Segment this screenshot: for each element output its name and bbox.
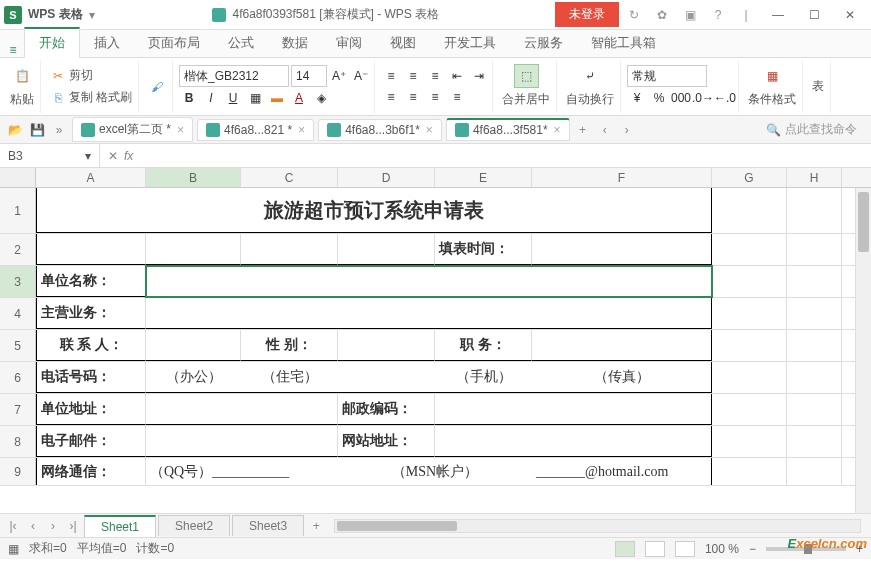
close-tab-icon[interactable]: × <box>177 123 184 137</box>
bold-button[interactable]: B <box>179 88 199 108</box>
cell-C5[interactable]: 性 别： <box>241 330 338 361</box>
scrollbar-thumb[interactable] <box>858 192 869 252</box>
maximize-button[interactable]: ☐ <box>797 2 831 28</box>
new-tab-button[interactable]: + <box>574 121 592 139</box>
cell-A3[interactable]: 单位名称： <box>36 266 146 297</box>
tab-data[interactable]: 数据 <box>268 29 322 57</box>
zoom-out-button[interactable]: − <box>749 542 756 556</box>
cell-A5[interactable]: 联 系 人： <box>36 330 146 361</box>
align-middle-button[interactable]: ≡ <box>403 66 423 86</box>
font-color-button[interactable]: A <box>289 88 309 108</box>
fill-color-button[interactable]: ▬ <box>267 88 287 108</box>
status-menu-icon[interactable]: ▦ <box>8 542 19 556</box>
sheet-tab-3[interactable]: Sheet3 <box>232 515 304 536</box>
cell-BC9[interactable]: （QQ号）___________ <box>146 458 338 485</box>
col-A[interactable]: A <box>36 168 146 187</box>
cell-BF4[interactable] <box>146 298 712 329</box>
format-painter-icon[interactable]: 🖌 <box>145 75 169 99</box>
cell-EF7[interactable] <box>435 394 712 425</box>
row-6-header[interactable]: 6 <box>0 362 36 393</box>
save-icon[interactable]: 💾 <box>28 121 46 139</box>
cell-A2[interactable] <box>36 234 146 265</box>
cell-B2[interactable] <box>146 234 241 265</box>
cell-A8[interactable]: 电子邮件： <box>36 426 146 457</box>
wrap-text-button[interactable]: 自动换行 <box>563 89 617 110</box>
col-B[interactable]: B <box>146 168 241 187</box>
increase-font-button[interactable]: A⁺ <box>329 66 349 86</box>
merge-center-label[interactable]: 合并居中 <box>499 89 553 110</box>
cell-title[interactable]: 旅游超市预订系统申请表 <box>36 188 712 233</box>
cell-D2[interactable] <box>338 234 435 265</box>
settings-icon[interactable]: ✿ <box>649 2 675 28</box>
feedback-icon[interactable]: ? <box>705 2 731 28</box>
fx-icon[interactable]: fx <box>124 149 133 163</box>
close-button[interactable]: ✕ <box>833 2 867 28</box>
doctabs-more-icon[interactable]: » <box>50 121 68 139</box>
cell-A4[interactable]: 主营业务： <box>36 298 146 329</box>
cell-H3[interactable] <box>787 266 842 297</box>
sheet-nav-next-icon[interactable]: › <box>44 517 62 535</box>
cell-E6[interactable]: （手机） <box>435 362 532 393</box>
app-menu-drop-icon[interactable]: ▾ <box>89 8 95 22</box>
cell-C2[interactable] <box>241 234 338 265</box>
row-5-header[interactable]: 5 <box>0 330 36 361</box>
sheet-tab-2[interactable]: Sheet2 <box>158 515 230 536</box>
fx-cancel-icon[interactable]: ✕ <box>108 149 118 163</box>
font-name-select[interactable]: 楷体_GB2312 <box>179 65 289 87</box>
tab-view[interactable]: 视图 <box>376 29 430 57</box>
tab-formulas[interactable]: 公式 <box>214 29 268 57</box>
cell-B3-selected[interactable] <box>146 266 712 297</box>
increase-decimal-button[interactable]: .0→ <box>693 88 713 108</box>
tab-nav-left-icon[interactable]: ‹ <box>596 121 614 139</box>
cell-BC7[interactable] <box>146 394 338 425</box>
doctab-1[interactable]: 4f6a8...821 *× <box>197 119 314 141</box>
close-tab-icon[interactable]: × <box>426 123 433 137</box>
row-3-header[interactable]: 3 <box>0 266 36 297</box>
align-center-button[interactable]: ≡ <box>403 87 423 107</box>
comma-button[interactable]: 000 <box>671 88 691 108</box>
tab-developer[interactable]: 开发工具 <box>430 29 510 57</box>
command-search[interactable]: 🔍 点此查找命令 <box>766 121 865 138</box>
cell-G5[interactable] <box>712 330 787 361</box>
paste-icon[interactable]: 📋 <box>10 64 34 88</box>
cell-B5[interactable] <box>146 330 241 361</box>
cell-G6[interactable] <box>712 362 787 393</box>
name-box[interactable]: B3 ▾ <box>0 144 100 167</box>
cell-G3[interactable] <box>712 266 787 297</box>
cell-D5[interactable] <box>338 330 435 361</box>
cell-H7[interactable] <box>787 394 842 425</box>
row-1-header[interactable]: 1 <box>0 188 36 233</box>
cell-G7[interactable] <box>712 394 787 425</box>
paste-button[interactable]: 粘贴 <box>7 89 37 110</box>
cell-F6[interactable]: （传真） <box>532 362 712 393</box>
formula-input[interactable] <box>141 144 871 167</box>
col-C[interactable]: C <box>241 168 338 187</box>
scrollbar-thumb[interactable] <box>337 521 457 531</box>
col-F[interactable]: F <box>532 168 712 187</box>
cell-F5[interactable] <box>532 330 712 361</box>
doctab-3[interactable]: 4f6a8...3f581*× <box>446 118 570 141</box>
namebox-drop-icon[interactable]: ▾ <box>85 149 91 163</box>
tab-page-layout[interactable]: 页面布局 <box>134 29 214 57</box>
conditional-format-button[interactable]: 条件格式 <box>745 89 799 110</box>
cell-C6[interactable]: （住宅） <box>241 362 338 393</box>
italic-button[interactable]: I <box>201 88 221 108</box>
cell-E2[interactable]: 填表时间： <box>435 234 532 265</box>
align-top-button[interactable]: ≡ <box>381 66 401 86</box>
wrap-text-icon[interactable]: ⤶ <box>578 64 602 88</box>
close-tab-icon[interactable]: × <box>554 123 561 137</box>
underline-button[interactable]: U <box>223 88 243 108</box>
align-justify-button[interactable]: ≡ <box>447 87 467 107</box>
cell-A9[interactable]: 网络通信： <box>36 458 146 485</box>
cell-F9[interactable]: _______@hotmail.com <box>532 458 712 485</box>
cell-G2[interactable] <box>712 234 787 265</box>
cell-F2[interactable] <box>532 234 712 265</box>
col-G[interactable]: G <box>712 168 787 187</box>
decrease-font-button[interactable]: A⁻ <box>351 66 371 86</box>
minimize-button[interactable]: — <box>761 2 795 28</box>
cell-DE9[interactable]: （MSN帐户） <box>338 458 532 485</box>
cell-D8[interactable]: 网站地址： <box>338 426 435 457</box>
sheet-nav-prev-icon[interactable]: ‹ <box>24 517 42 535</box>
row-9-header[interactable]: 9 <box>0 458 36 485</box>
cell-B6[interactable]: （办公） <box>146 362 241 393</box>
